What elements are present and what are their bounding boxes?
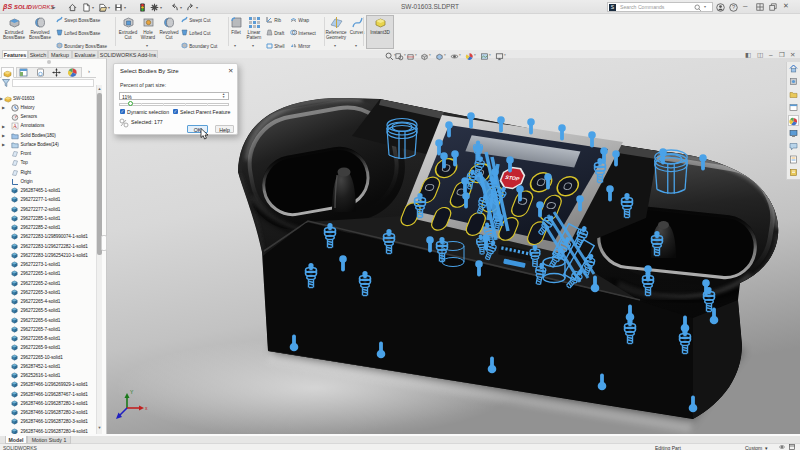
svg-text:A: A (13, 123, 17, 129)
svg-text:?: ? (732, 4, 736, 10)
